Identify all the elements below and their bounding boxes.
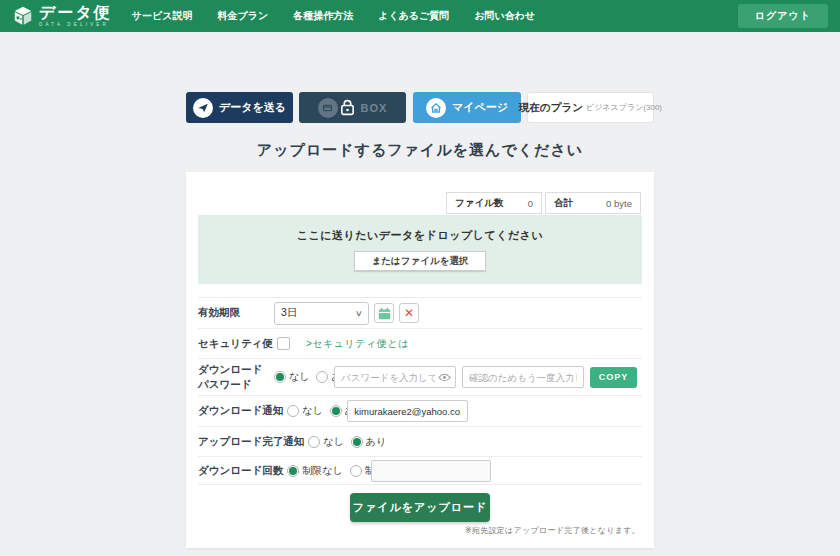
password-none-radio[interactable] [274, 371, 286, 383]
send-data-button[interactable]: データを送る [186, 92, 293, 123]
upload-notice-none-radio[interactable] [308, 436, 320, 448]
upload-card: ファイル数 0 合計 0 byte ここに送りたいデータをドロップしてください … [186, 172, 654, 548]
download-notice-row: ダウンロード通知 なし あり [198, 395, 642, 426]
download-limit-label: ダウンロード回数 [198, 463, 287, 478]
page-title: アップロードするファイルを選んでください [0, 141, 840, 160]
download-limit-count-input[interactable] [371, 460, 491, 482]
current-plan-label: 現在のプラン [519, 101, 583, 115]
password-confirm-input[interactable] [462, 366, 584, 388]
notification-email-input[interactable] [347, 400, 468, 422]
security-info-link[interactable]: >セキュリティ便とは [306, 337, 409, 351]
app-header: データ便 DATA DELIVER サービス説明 料金プラン 各種操作方法 よく… [0, 0, 840, 32]
file-count-value: 0 [528, 198, 533, 209]
file-select-button[interactable]: またはファイルを選択 [354, 251, 486, 271]
nav-item-service[interactable]: サービス説明 [132, 9, 193, 23]
nav-item-faq[interactable]: よくあるご質問 [378, 9, 449, 23]
upload-notice-none-label: なし [323, 435, 343, 449]
security-row: セキュリティ便 >セキュリティ便とは [198, 328, 642, 358]
cube-logo-icon [12, 5, 34, 27]
limit-none-option[interactable]: 制限なし [287, 464, 342, 478]
upload-notice-label: アップロード完了通知 [198, 434, 308, 449]
upload-stats: ファイル数 0 合計 0 byte [186, 192, 641, 214]
upload-notice-radio-group: なし あり [308, 435, 393, 449]
file-count-box: ファイル数 0 [446, 192, 542, 214]
calendar-icon [378, 307, 391, 320]
limit-yes-radio[interactable] [350, 465, 362, 477]
download-password-row: ダウンロード パスワード なし あり [198, 358, 642, 395]
download-password-label: ダウンロード パスワード [198, 362, 274, 392]
download-password-label-line1: ダウンロード [198, 363, 262, 375]
download-password-label-line2: パスワード [198, 378, 251, 390]
box-label: BOX [361, 102, 388, 114]
action-toolbar: データを送る BOX マイページ 現在のプラン ビジネスプラン(300) [186, 92, 654, 123]
mypage-label: マイページ [452, 100, 508, 115]
download-notice-none-label: なし [302, 404, 322, 418]
limit-none-label: 制限なし [302, 464, 342, 478]
limit-none-radio[interactable] [287, 465, 299, 477]
nav-item-pricing[interactable]: 料金プラン [217, 9, 268, 23]
upload-notice-yes-option[interactable]: あり [351, 435, 386, 449]
current-plan-box: 現在のプラン ビジネスプラン(300) [527, 92, 654, 123]
security-checkbox[interactable] [277, 337, 290, 350]
logo-title: データ便 [39, 5, 112, 21]
download-limit-row: ダウンロード回数 制限なし 制限あり [198, 456, 642, 485]
clear-date-button[interactable]: ✕ [399, 303, 419, 323]
expiry-selected-value: 3日 [281, 306, 297, 320]
box-icon [318, 98, 338, 118]
download-notice-label: ダウンロード通知 [198, 403, 287, 418]
dropzone-message: ここに送りたいデータをドロップしてください [297, 228, 543, 243]
upload-notice-yes-label: あり [366, 435, 386, 449]
download-notice-radio-group: なし あり [287, 404, 347, 418]
upload-notice-none-option[interactable]: なし [308, 435, 343, 449]
expiry-label: 有効期限 [198, 305, 274, 320]
upload-submit-button[interactable]: ファイルをアップロード [350, 493, 490, 522]
password-radio-group: なし あり [274, 370, 334, 384]
security-label: セキュリティ便 [198, 336, 277, 351]
logout-button[interactable]: ログアウト [738, 4, 828, 28]
copy-password-button[interactable]: COPY [590, 367, 637, 388]
send-data-label: データを送る [219, 100, 286, 115]
password-none-label: なし [289, 370, 309, 384]
file-dropzone[interactable]: ここに送りたいデータをドロップしてください またはファイルを選択 [198, 215, 642, 284]
expiry-select[interactable]: 3日 ∨ [274, 302, 369, 325]
eye-icon[interactable] [438, 373, 451, 382]
expiry-row: 有効期限 3日 ∨ ✕ [198, 297, 642, 328]
nav-item-contact[interactable]: お問い合わせ [474, 9, 535, 23]
clear-x-icon: ✕ [404, 307, 414, 319]
upload-settings-form: 有効期限 3日 ∨ ✕ セキュリティ便 >セキュリティ便とは [198, 297, 642, 485]
header-nav: サービス説明 料金プラン 各種操作方法 よくあるご質問 お問い合わせ [132, 9, 536, 23]
download-notice-yes-radio[interactable] [330, 405, 342, 417]
upload-notice-row: アップロード完了通知 なし あり [198, 426, 642, 456]
download-limit-radio-group: 制限なし 制限あり [287, 464, 371, 478]
total-size-value: 0 byte [606, 198, 632, 209]
total-size-box: 合計 0 byte [545, 192, 641, 214]
chevron-down-icon: ∨ [355, 309, 363, 318]
password-none-option[interactable]: なし [274, 370, 309, 384]
download-notice-none-option[interactable]: なし [287, 404, 322, 418]
upload-notice-yes-radio[interactable] [351, 436, 363, 448]
logo-subtitle: DATA DELIVER [39, 23, 112, 28]
mypage-button[interactable]: マイページ [413, 92, 521, 123]
file-count-label: ファイル数 [455, 197, 503, 210]
box-button-locked[interactable]: BOX [299, 92, 406, 123]
calendar-button[interactable] [374, 303, 394, 323]
total-size-label: 合計 [554, 197, 573, 210]
current-plan-value: ビジネスプラン(300) [586, 102, 662, 113]
download-notice-none-radio[interactable] [287, 405, 299, 417]
paper-plane-icon [193, 98, 213, 118]
logo[interactable]: データ便 DATA DELIVER [12, 5, 112, 28]
nav-item-howto[interactable]: 各種操作方法 [293, 9, 353, 23]
destination-note: ※宛先設定はアップロード完了後となります。 [186, 525, 640, 536]
home-icon [426, 98, 446, 118]
password-yes-radio[interactable] [316, 371, 328, 383]
lock-icon [340, 99, 355, 116]
